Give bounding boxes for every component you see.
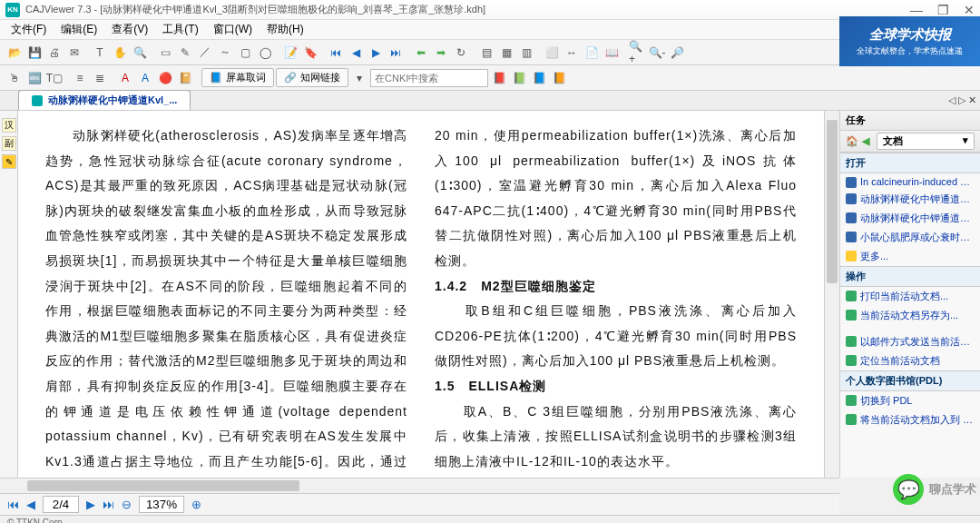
horizontal-scrollbar[interactable]	[0, 478, 839, 493]
minimize-button[interactable]: —	[910, 3, 923, 17]
last-icon[interactable]: ⏭	[387, 44, 405, 62]
cnki-banner[interactable]: 全球学术快报 全球文献整合，学术热点速递	[839, 16, 980, 66]
pdl-switch[interactable]: 切换到 PDL	[840, 391, 980, 410]
highlight-icon[interactable]: ✎	[176, 44, 194, 62]
pdl-add[interactable]: 将当前活动文档加入到 PDL	[840, 410, 980, 429]
color-icon[interactable]: 🔴	[156, 69, 174, 87]
toolbar-2: 🖱 🔤 T▢ ≡ ≣ A A 🔴 📔 📘屏幕取词 🔗知网链接 ▾ 📕 📗 📘 📙	[0, 65, 980, 91]
curve-icon[interactable]: ～	[216, 44, 234, 62]
zoom-out-icon[interactable]: ⊖	[122, 498, 132, 511]
zoomin-icon[interactable]: 🔍+	[628, 44, 646, 62]
task-panel: 任务 🏠 ◀ 文档▾ 打开 In calcineurin-induced ca.…	[839, 111, 980, 478]
print-icon[interactable]: 🖨	[45, 44, 64, 62]
select-icon[interactable]: ▭	[156, 44, 174, 62]
menu-tools[interactable]: 工具(T)	[155, 22, 205, 37]
window-title: CAJViewer 7.3 - [动脉粥样硬化中钾通道Kvl_3阻断剂对巨噬细胞…	[25, 3, 910, 16]
open-icon[interactable]: 📂	[5, 44, 24, 62]
task-panel-title: 任务	[846, 113, 866, 127]
side-tab-1[interactable]: 汉	[2, 118, 16, 133]
op-print[interactable]: 打印当前活动文档...	[840, 287, 980, 306]
width-icon[interactable]: ↔	[563, 44, 581, 62]
zoom-icon[interactable]: 🔍	[131, 44, 149, 62]
align-l-icon[interactable]: ≡	[71, 69, 89, 87]
toolbar-1: 📂 💾 🖨 ✉ T ✋ 🔍 ▭ ✎ ／ ～ ▢ ◯ 📝 🔖 ⏮ ◀ ▶ ⏭ ⬅ …	[0, 40, 980, 65]
dict-icon[interactable]: 📔	[176, 69, 194, 87]
book1-icon[interactable]: 📕	[490, 69, 508, 87]
menu-window[interactable]: 窗口(W)	[206, 22, 260, 37]
menu-help[interactable]: 帮助(H)	[260, 22, 311, 37]
bookmark-icon[interactable]: 🔖	[301, 44, 319, 62]
op-saveas[interactable]: 当前活动文档另存为...	[840, 306, 980, 325]
layout1-icon[interactable]: ▤	[477, 44, 495, 62]
book3-icon[interactable]: 📘	[530, 69, 548, 87]
layout3-icon[interactable]: ▥	[517, 44, 535, 62]
side-tab-3[interactable]: ✎	[2, 154, 16, 169]
op-mail[interactable]: 以邮件方式发送当前活动...	[840, 332, 980, 351]
menu-edit[interactable]: 编辑(E)	[54, 22, 104, 37]
ocr-icon[interactable]: 🔤	[25, 69, 44, 87]
vertical-scrollbar[interactable]	[824, 111, 839, 478]
dropdown-icon[interactable]: ▾	[350, 69, 368, 87]
prev-icon[interactable]: ◀	[347, 44, 365, 62]
book2-icon[interactable]: 📗	[510, 69, 528, 87]
ellipse-icon[interactable]: ◯	[256, 44, 274, 62]
more-docs[interactable]: 更多...	[840, 247, 980, 266]
layout2-icon[interactable]: ▦	[497, 44, 515, 62]
maximize-button[interactable]: ❐	[937, 3, 949, 17]
tab-controls[interactable]: ◁ ▷ ✕	[948, 94, 976, 106]
text-column-right: 20 min，使用permeabilization buffer(1×)洗涤、离…	[435, 123, 797, 465]
line-icon[interactable]: ／	[196, 44, 214, 62]
fit-icon[interactable]: ⬜	[543, 44, 561, 62]
back-icon[interactable]: ◀	[862, 135, 869, 147]
bluetext-icon[interactable]: A	[136, 69, 154, 87]
wechat-icon: 💬	[893, 474, 924, 505]
op-locate[interactable]: 定位当前活动文档	[840, 351, 980, 370]
note-icon[interactable]: 📝	[281, 44, 299, 62]
search-icon[interactable]: 🔎	[668, 44, 686, 62]
document-tabs: 动脉粥样硬化中钾通道Kvl_... ◁ ▷ ✕	[0, 91, 980, 111]
cnki-link-button[interactable]: 🔗知网链接	[276, 68, 348, 87]
page-input[interactable]	[43, 496, 79, 513]
mail-icon[interactable]: ✉	[65, 44, 83, 62]
zoomout-icon[interactable]: 🔍-	[648, 44, 666, 62]
rect-icon[interactable]: ▢	[236, 44, 254, 62]
tab-active[interactable]: 动脉粥样硬化中钾通道Kvl_...	[18, 90, 191, 110]
close-button[interactable]: ✕	[964, 3, 975, 17]
side-tab-2[interactable]: 副	[2, 136, 16, 151]
section-ops: 操作	[840, 266, 980, 287]
textbox-icon[interactable]: T▢	[45, 69, 64, 87]
cursor-icon[interactable]: 🖱	[5, 69, 24, 87]
zoom-input[interactable]	[139, 496, 184, 513]
watermark: 💬 聊点学术	[893, 474, 976, 505]
menu-view[interactable]: 查看(V)	[104, 22, 155, 37]
search-input[interactable]	[370, 69, 488, 87]
recent-doc-4[interactable]: 小鼠心肌肥厚或心衰时心...	[840, 228, 980, 247]
back-icon[interactable]: ⬅	[412, 44, 430, 62]
recent-doc-2[interactable]: 动脉粥样硬化中钾通道Kvl...	[840, 190, 980, 209]
recent-doc-3[interactable]: 动脉粥样硬化中钾通道Kvl...	[840, 209, 980, 228]
align-c-icon[interactable]: ≣	[91, 69, 109, 87]
menu-file[interactable]: 文件(F)	[4, 22, 54, 37]
hand-icon[interactable]: ✋	[111, 44, 129, 62]
book-icon[interactable]: 📖	[603, 44, 621, 62]
save-icon[interactable]: 💾	[25, 44, 44, 62]
pager-last-icon[interactable]: ⏭	[103, 498, 114, 511]
first-icon[interactable]: ⏮	[327, 44, 345, 62]
rotate-icon[interactable]: ↻	[452, 44, 470, 62]
pager-first-icon[interactable]: ⏮	[7, 498, 19, 511]
tab-logo-icon	[32, 95, 43, 106]
zoom-in-icon[interactable]: ⊕	[191, 498, 201, 511]
recent-doc-1[interactable]: In calcineurin-induced ca...	[840, 173, 980, 190]
book4-icon[interactable]: 📙	[550, 69, 568, 87]
screen-word-button[interactable]: 📘屏幕取词	[201, 68, 274, 87]
pager-prev-icon[interactable]: ◀	[26, 498, 35, 511]
next-icon[interactable]: ▶	[367, 44, 385, 62]
redtext-icon[interactable]: A	[116, 69, 134, 87]
text-select-icon[interactable]: T	[91, 44, 109, 62]
pager-next-icon[interactable]: ▶	[86, 498, 95, 511]
forward-icon[interactable]: ➡	[432, 44, 450, 62]
page-icon[interactable]: 📄	[583, 44, 601, 62]
home-icon[interactable]: 🏠	[846, 135, 858, 147]
text-column-left: 动脉粥样硬化(atherosclerosis，AS)发病率呈逐年增高趋势，急性冠…	[45, 123, 407, 465]
doc-category-select[interactable]: 文档▾	[877, 133, 975, 150]
